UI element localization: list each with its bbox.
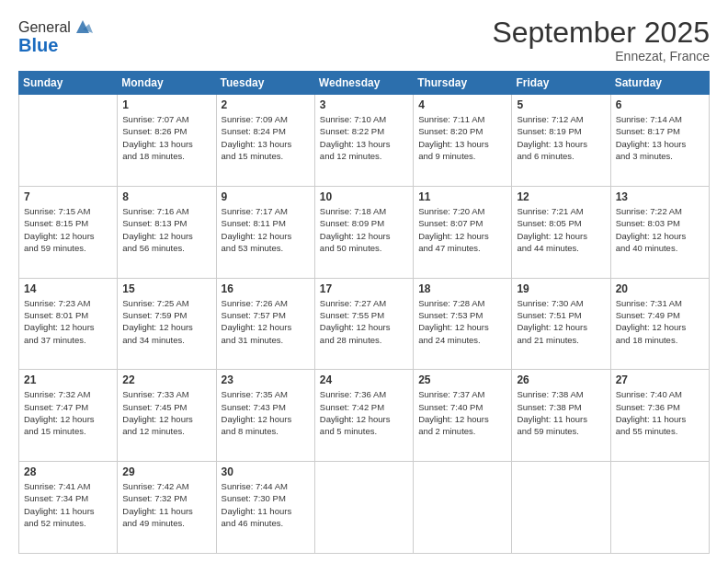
day-number: 8 [122, 190, 210, 203]
day-number: 19 [517, 282, 605, 295]
calendar-cell: 5Sunrise: 7:12 AM Sunset: 8:19 PM Daylig… [512, 95, 610, 187]
day-number: 26 [517, 373, 605, 386]
logo-icon [73, 17, 93, 37]
day-info: Sunrise: 7:16 AM Sunset: 8:13 PM Dayligh… [122, 205, 210, 254]
day-number: 14 [24, 282, 112, 295]
day-number: 2 [222, 98, 310, 111]
day-info: Sunrise: 7:26 AM Sunset: 7:57 PM Dayligh… [222, 297, 310, 346]
day-info: Sunrise: 7:38 AM Sunset: 7:38 PM Dayligh… [517, 388, 605, 437]
day-info: Sunrise: 7:21 AM Sunset: 8:05 PM Dayligh… [517, 205, 605, 254]
calendar-day-header: Thursday [414, 72, 512, 95]
title-block: September 2025 Ennezat, France [492, 17, 710, 63]
day-info: Sunrise: 7:31 AM Sunset: 7:49 PM Dayligh… [616, 297, 704, 346]
calendar-day-header: Monday [118, 72, 216, 95]
day-number: 25 [418, 373, 506, 386]
page: General Blue September 2025 Ennezat, Fra… [0, 0, 728, 563]
calendar-cell [314, 462, 413, 554]
calendar-cell: 30Sunrise: 7:44 AM Sunset: 7:30 PM Dayli… [216, 462, 314, 554]
day-number: 16 [222, 282, 310, 295]
day-number: 1 [122, 98, 210, 111]
day-info: Sunrise: 7:23 AM Sunset: 8:01 PM Dayligh… [24, 297, 112, 346]
calendar-cell: 26Sunrise: 7:38 AM Sunset: 7:38 PM Dayli… [512, 370, 610, 462]
calendar-cell: 28Sunrise: 7:41 AM Sunset: 7:34 PM Dayli… [19, 462, 118, 554]
calendar-cell: 8Sunrise: 7:16 AM Sunset: 8:13 PM Daylig… [118, 186, 216, 278]
day-number: 20 [616, 282, 704, 295]
calendar-cell [610, 462, 709, 554]
day-number: 23 [222, 373, 310, 386]
day-number: 22 [122, 373, 210, 386]
calendar-cell: 3Sunrise: 7:10 AM Sunset: 8:22 PM Daylig… [314, 95, 413, 187]
calendar-cell: 20Sunrise: 7:31 AM Sunset: 7:49 PM Dayli… [610, 278, 709, 370]
day-info: Sunrise: 7:14 AM Sunset: 8:17 PM Dayligh… [616, 113, 704, 162]
day-number: 24 [320, 373, 408, 386]
calendar-cell: 25Sunrise: 7:37 AM Sunset: 7:40 PM Dayli… [414, 370, 512, 462]
day-number: 3 [320, 98, 408, 111]
day-info: Sunrise: 7:30 AM Sunset: 7:51 PM Dayligh… [517, 297, 605, 346]
day-number: 30 [222, 465, 310, 478]
day-number: 7 [24, 190, 112, 203]
calendar-cell: 15Sunrise: 7:25 AM Sunset: 7:59 PM Dayli… [118, 278, 216, 370]
day-info: Sunrise: 7:35 AM Sunset: 7:43 PM Dayligh… [222, 388, 310, 437]
calendar-cell: 7Sunrise: 7:15 AM Sunset: 8:15 PM Daylig… [19, 186, 118, 278]
day-info: Sunrise: 7:36 AM Sunset: 7:42 PM Dayligh… [320, 388, 408, 437]
day-info: Sunrise: 7:07 AM Sunset: 8:26 PM Dayligh… [122, 113, 210, 162]
header: General Blue September 2025 Ennezat, Fra… [18, 17, 710, 63]
calendar-cell: 12Sunrise: 7:21 AM Sunset: 8:05 PM Dayli… [512, 186, 610, 278]
day-number: 21 [24, 373, 112, 386]
day-info: Sunrise: 7:25 AM Sunset: 7:59 PM Dayligh… [122, 297, 210, 346]
day-number: 4 [418, 98, 506, 111]
calendar-day-header: Sunday [19, 72, 118, 95]
calendar-table: SundayMondayTuesdayWednesdayThursdayFrid… [18, 71, 710, 554]
day-number: 29 [122, 465, 210, 478]
calendar-cell: 16Sunrise: 7:26 AM Sunset: 7:57 PM Dayli… [216, 278, 314, 370]
day-info: Sunrise: 7:10 AM Sunset: 8:22 PM Dayligh… [320, 113, 408, 162]
calendar-cell [512, 462, 610, 554]
calendar-cell: 9Sunrise: 7:17 AM Sunset: 8:11 PM Daylig… [216, 186, 314, 278]
calendar-cell: 23Sunrise: 7:35 AM Sunset: 7:43 PM Dayli… [216, 370, 314, 462]
calendar-cell: 13Sunrise: 7:22 AM Sunset: 8:03 PM Dayli… [610, 186, 709, 278]
calendar-cell: 22Sunrise: 7:33 AM Sunset: 7:45 PM Dayli… [118, 370, 216, 462]
page-title: September 2025 [492, 17, 710, 49]
day-info: Sunrise: 7:33 AM Sunset: 7:45 PM Dayligh… [122, 388, 210, 437]
day-info: Sunrise: 7:12 AM Sunset: 8:19 PM Dayligh… [517, 113, 605, 162]
day-number: 28 [24, 465, 112, 478]
day-info: Sunrise: 7:22 AM Sunset: 8:03 PM Dayligh… [616, 205, 704, 254]
day-info: Sunrise: 7:20 AM Sunset: 8:07 PM Dayligh… [418, 205, 506, 254]
day-info: Sunrise: 7:40 AM Sunset: 7:36 PM Dayligh… [616, 388, 704, 437]
day-info: Sunrise: 7:27 AM Sunset: 7:55 PM Dayligh… [320, 297, 408, 346]
calendar-cell: 17Sunrise: 7:27 AM Sunset: 7:55 PM Dayli… [314, 278, 413, 370]
day-info: Sunrise: 7:32 AM Sunset: 7:47 PM Dayligh… [24, 388, 112, 437]
day-number: 17 [320, 282, 408, 295]
day-number: 11 [418, 190, 506, 203]
calendar-day-header: Friday [512, 72, 610, 95]
calendar-cell: 18Sunrise: 7:28 AM Sunset: 7:53 PM Dayli… [414, 278, 512, 370]
day-info: Sunrise: 7:09 AM Sunset: 8:24 PM Dayligh… [222, 113, 310, 162]
day-info: Sunrise: 7:37 AM Sunset: 7:40 PM Dayligh… [418, 388, 506, 437]
day-info: Sunrise: 7:15 AM Sunset: 8:15 PM Dayligh… [24, 205, 112, 254]
calendar-cell: 4Sunrise: 7:11 AM Sunset: 8:20 PM Daylig… [414, 95, 512, 187]
day-number: 9 [222, 190, 310, 203]
day-number: 15 [122, 282, 210, 295]
calendar-cell: 24Sunrise: 7:36 AM Sunset: 7:42 PM Dayli… [314, 370, 413, 462]
day-info: Sunrise: 7:41 AM Sunset: 7:34 PM Dayligh… [24, 480, 112, 529]
logo-blue-text: Blue [18, 35, 58, 56]
calendar-cell: 27Sunrise: 7:40 AM Sunset: 7:36 PM Dayli… [610, 370, 709, 462]
calendar-cell: 19Sunrise: 7:30 AM Sunset: 7:51 PM Dayli… [512, 278, 610, 370]
day-info: Sunrise: 7:44 AM Sunset: 7:30 PM Dayligh… [222, 480, 310, 529]
day-info: Sunrise: 7:42 AM Sunset: 7:32 PM Dayligh… [122, 480, 210, 529]
page-subtitle: Ennezat, France [492, 49, 710, 63]
calendar-cell [19, 95, 118, 187]
day-number: 10 [320, 190, 408, 203]
calendar-cell: 29Sunrise: 7:42 AM Sunset: 7:32 PM Dayli… [118, 462, 216, 554]
day-number: 18 [418, 282, 506, 295]
day-info: Sunrise: 7:17 AM Sunset: 8:11 PM Dayligh… [222, 205, 310, 254]
calendar-cell: 11Sunrise: 7:20 AM Sunset: 8:07 PM Dayli… [414, 186, 512, 278]
calendar-day-header: Saturday [610, 72, 709, 95]
calendar-cell: 1Sunrise: 7:07 AM Sunset: 8:26 PM Daylig… [118, 95, 216, 187]
day-info: Sunrise: 7:18 AM Sunset: 8:09 PM Dayligh… [320, 205, 408, 254]
calendar-cell: 21Sunrise: 7:32 AM Sunset: 7:47 PM Dayli… [19, 370, 118, 462]
day-number: 27 [616, 373, 704, 386]
calendar-header-row: SundayMondayTuesdayWednesdayThursdayFrid… [19, 72, 710, 95]
calendar-cell: 10Sunrise: 7:18 AM Sunset: 8:09 PM Dayli… [314, 186, 413, 278]
day-number: 5 [517, 98, 605, 111]
